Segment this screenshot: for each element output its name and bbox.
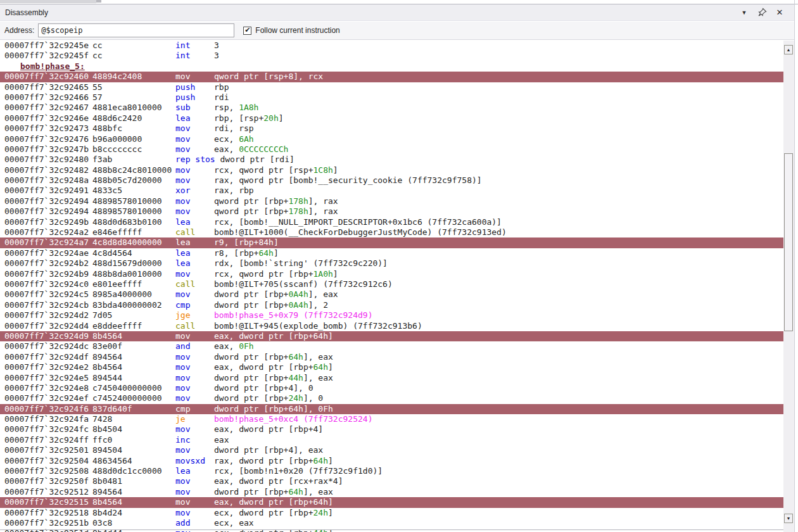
disasm-row[interactable]: 00007ff7`32c92473488bfcmov rdi, rsp xyxy=(0,124,783,134)
instruction-bytes: 8b4564 xyxy=(92,331,175,341)
disasm-row[interactable]: 00007ff7`32c924a74c8d8d84000000lea r9, [… xyxy=(0,238,783,248)
disasm-row[interactable]: 00007ff7`32c924d98b4564mov eax, dword pt… xyxy=(0,331,783,341)
disasm-row[interactable]: 00007ff7`32c9246657push rdi xyxy=(0,92,783,103)
disasm-row[interactable]: 00007ff7`32c9246555push rbp xyxy=(0,82,783,92)
disasm-row[interactable]: 00007ff7`32c9245eccint 3 xyxy=(0,41,783,51)
window-title: Disassembly xyxy=(5,8,48,17)
disasm-row[interactable]: 00007ff7`32c9246048894c2408mov qword ptr… xyxy=(0,72,783,82)
instruction-bytes: 488b05c7d20000 xyxy=(92,175,175,186)
instruction-mnemonic: mov xyxy=(175,383,214,393)
instruction-operand: ], eax xyxy=(303,352,333,362)
instruction-address: 00007ff7`32c924d9 xyxy=(4,331,92,341)
scrollbar-thumb[interactable] xyxy=(784,153,793,331)
disasm-row[interactable]: 00007ff7`32c92476b96a000000mov ecx, 6Ah xyxy=(0,134,783,144)
disasm-row[interactable]: 00007ff7`32c92482488b8c24c8010000mov rcx… xyxy=(0,165,783,175)
disasm-row[interactable]: 00007ff7`32c9247bb8ccccccccmov eax, 0CCC… xyxy=(0,144,783,155)
disasm-row[interactable]: 00007ff7`32c924b9488b8da0010000mov rcx, … xyxy=(0,269,783,279)
instruction-operand: 1A0h xyxy=(314,269,333,279)
titlebar-buttons: ▼ ✕ xyxy=(738,7,794,18)
disasm-row[interactable]: 00007ff7`32c9248a488b05c7d20000mov rax, … xyxy=(0,175,783,186)
disasm-row[interactable]: 00007ff7`32c924cb83bda400000002cmp dword… xyxy=(0,300,783,310)
disasm-row[interactable]: 00007ff7`32c924df894564mov dword ptr [rb… xyxy=(0,352,783,362)
disasm-row[interactable]: 00007ff7`32c9250f8b0481mov eax, dword pt… xyxy=(0,476,783,486)
address-label: Address: xyxy=(4,26,34,35)
disasm-row[interactable]: 00007ff7`32c924914833c5xor rax, rbp xyxy=(0,186,783,196)
disasm-row[interactable]: 00007ff7`32c924c0e801eeffffcall bomb!@IL… xyxy=(0,279,783,289)
disasm-row[interactable]: 00007ff7`32c925158b4564mov eax, dword pt… xyxy=(0,497,783,507)
disasm-row[interactable]: 00007ff7`32c9251b03c8add ecx, eax xyxy=(0,518,783,528)
disassembly-toolbar: Address: ✔ Follow current instruction xyxy=(0,22,794,40)
instruction-mnemonic: lea xyxy=(175,238,214,248)
disasm-row[interactable]: 00007ff7`32c92501894504mov dword ptr [rb… xyxy=(0,445,783,455)
disasm-row[interactable]: 00007ff7`32c9245fccint 3 xyxy=(0,51,783,61)
instruction-mnemonic: lea xyxy=(175,466,214,476)
disasm-row[interactable]: 00007ff7`32c924674881eca8010000sub rsp, … xyxy=(0,103,783,113)
instruction-mnemonic: int xyxy=(175,51,214,61)
disasm-row[interactable]: 00007ff7`32c92480f3abrep stos dword ptr … xyxy=(0,155,783,165)
instruction-bytes: 8b4504 xyxy=(92,424,175,434)
instruction-operand: qword ptr [rsp+8], rcx xyxy=(214,72,323,81)
instruction-bytes: 488d6c2420 xyxy=(92,113,175,124)
disasm-row[interactable]: 00007ff7`32c92508488d0dc1cc0000lea rcx, … xyxy=(0,466,783,476)
instruction-mnemonic: mov xyxy=(175,373,214,383)
instruction-address: 00007ff7`32c92518 xyxy=(4,508,92,518)
disasm-row[interactable]: 00007ff7`32c9246e488d6c2420lea rbp, [rsp… xyxy=(0,113,783,124)
vertical-scrollbar[interactable]: ▲ ▼ xyxy=(783,41,794,532)
disasm-row[interactable]: 00007ff7`32c9250448634564movsxd rax, dwo… xyxy=(0,456,783,466)
instruction-address: 00007ff7`32c9251b xyxy=(4,518,92,528)
disasm-row[interactable]: 00007ff7`32c924e28b4564mov eax, dword pt… xyxy=(0,362,783,372)
disasm-row[interactable]: 00007ff7`32c924b2488d15679d0000lea rdx, … xyxy=(0,258,783,269)
disasm-row[interactable]: 00007ff7`32c92512894564mov dword ptr [rb… xyxy=(0,487,783,497)
instruction-operand: ecx, dword ptr [rbp+ xyxy=(214,508,314,517)
instruction-mnemonic: mov xyxy=(175,206,214,217)
instruction-operand: ], rax xyxy=(308,196,338,206)
pin-icon[interactable] xyxy=(756,7,768,18)
scroll-up-button[interactable]: ▲ xyxy=(784,45,793,54)
scroll-down-button[interactable]: ▼ xyxy=(784,514,793,523)
disassembly-listing[interactable]: 00007ff7`32c9245eccint 300007ff7`32c9245… xyxy=(0,41,783,532)
disasm-row[interactable]: 00007ff7`32c924dc83e00fand eax, 0Fh xyxy=(0,341,783,352)
instruction-address: 00007ff7`32c92515 xyxy=(4,497,92,507)
disasm-row[interactable]: 00007ff7`32c924e8c7450400000000mov dword… xyxy=(0,383,783,393)
disasm-row[interactable]: 00007ff7`32c924f6837d640fcmp dword ptr [… xyxy=(0,404,783,414)
disasm-row[interactable]: 00007ff7`32c924a2e846efffffcall bomb!@IL… xyxy=(0,227,783,238)
follow-current-instruction-checkbox[interactable]: ✔ xyxy=(243,27,251,35)
instruction-mnemonic: lea xyxy=(175,113,214,124)
instruction-operand: dword ptr [rbp+4], 0 xyxy=(214,383,314,393)
disasm-row[interactable]: 00007ff7`32c924d27d05jge bomb!phase_5+0x… xyxy=(0,310,783,320)
instruction-mnemonic: mov xyxy=(175,196,214,206)
instruction-address: 00007ff7`32c92476 xyxy=(4,134,92,144)
window-position-menu-icon[interactable]: ▼ xyxy=(738,7,750,18)
disasm-row[interactable]: 00007ff7`32c9249448898578010000mov qword… xyxy=(0,206,783,217)
disasm-row[interactable]: 00007ff7`32c924fa7428je bomb!phase_5+0xc… xyxy=(0,414,783,424)
instruction-bytes: 894564 xyxy=(92,352,175,362)
disasm-row[interactable]: 00007ff7`32c924ae4c8d4564lea r8, [rbp+64… xyxy=(0,248,783,258)
disasm-row[interactable]: 00007ff7`32c924efc7452400000000mov dword… xyxy=(0,393,783,403)
instruction-operand: 0CCCCCCCCh xyxy=(239,144,288,154)
disasm-row[interactable]: 00007ff7`32c9249448898578010000mov qword… xyxy=(0,196,783,206)
instruction-address: 00007ff7`32c924fa xyxy=(4,414,92,424)
instruction-mnemonic: mov xyxy=(175,269,214,279)
disasm-row[interactable]: 00007ff7`32c9249b488d0d683b0100lea rcx, … xyxy=(0,217,783,227)
disasm-row[interactable]: 00007ff7`32c925188b4d24mov ecx, dword pt… xyxy=(0,508,783,518)
instruction-bytes: e801eeffff xyxy=(92,279,175,289)
instruction-bytes: 4833c5 xyxy=(92,186,175,196)
disasm-row[interactable]: 00007ff7`32c924fc8b4504mov eax, dword pt… xyxy=(0,424,783,434)
instruction-bytes: c7450400000000 xyxy=(92,383,175,393)
disasm-row[interactable]: 00007ff7`32c924d4e8ddeeffffcall bomb!@IL… xyxy=(0,321,783,331)
instruction-bytes: 4881eca8010000 xyxy=(92,103,175,113)
instruction-address: 00007ff7`32c92473 xyxy=(4,124,92,134)
disasm-row[interactable]: 00007ff7`32c924c58985a4000000mov dword p… xyxy=(0,289,783,300)
instruction-bytes: 48898578010000 xyxy=(92,196,175,206)
close-icon[interactable]: ✕ xyxy=(774,7,785,18)
disasm-symbol-label[interactable]: bomb!phase_5: xyxy=(0,61,783,72)
address-input[interactable] xyxy=(38,23,234,37)
instruction-operand: 24h xyxy=(314,508,328,517)
disasm-row[interactable]: 00007ff7`32c924e5894544mov dword ptr [rb… xyxy=(0,373,783,383)
instruction-bytes: 57 xyxy=(92,92,175,103)
instruction-address: 00007ff7`32c92480 xyxy=(4,155,92,165)
instruction-bytes: 488d0dc1cc0000 xyxy=(92,466,175,476)
instruction-bytes: 8b4564 xyxy=(92,362,175,372)
instruction-mnemonic: and xyxy=(175,341,214,352)
disasm-row[interactable]: 00007ff7`32c924ffffc0inc eax xyxy=(0,435,783,445)
